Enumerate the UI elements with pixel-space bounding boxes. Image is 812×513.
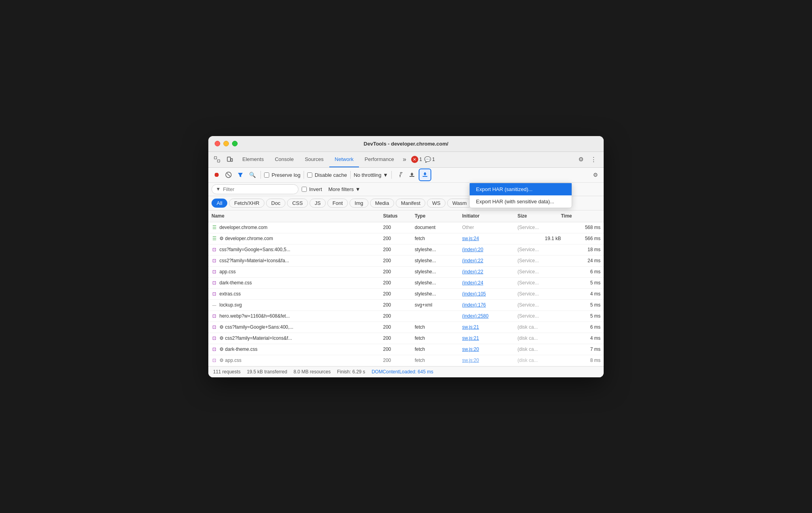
chip-css[interactable]: CSS <box>287 199 308 208</box>
devtools-tabbar: Elements Console Sources Network Perform… <box>208 152 604 168</box>
cell-type: svg+xml <box>415 302 462 308</box>
cell-status: 200 <box>383 291 415 297</box>
inspect-element-icon[interactable] <box>211 154 223 165</box>
th-size[interactable]: Size <box>517 213 561 219</box>
css-icon: ⊡ <box>211 291 217 297</box>
cell-name: ⊡ hero.webp?w=1160&h=608&fet... <box>211 313 383 319</box>
tab-console[interactable]: Console <box>269 151 299 167</box>
throttle-select[interactable]: No throttling ▼ <box>354 172 388 178</box>
cell-type: fetch <box>415 324 462 330</box>
table-row[interactable]: ☰ ⚙ developer.chrome.com 200 fetch sw.js… <box>208 233 604 244</box>
minimize-button[interactable] <box>223 141 229 146</box>
cell-initiator[interactable]: (index):176 <box>462 302 517 308</box>
table-row[interactable]: ⊡ hero.webp?w=1160&h=608&fet... 200 (ind… <box>208 311 604 322</box>
import-button[interactable] <box>407 170 417 180</box>
cell-name: ⊡ ⚙ dark-theme.css <box>211 346 383 352</box>
table-row[interactable]: ⊡ ⚙ css2?family=Material+Icons&f... 200 … <box>208 333 604 344</box>
finish-time: Finish: 6.29 s <box>337 369 365 375</box>
cell-initiator[interactable]: sw.js:20 <box>462 346 517 352</box>
device-toolbar-icon[interactable] <box>224 154 235 165</box>
export-button[interactable] <box>419 168 431 181</box>
chip-font[interactable]: Font <box>327 199 348 208</box>
cell-initiator[interactable]: (index):20 <box>462 247 517 252</box>
chip-all[interactable]: All <box>211 199 227 208</box>
filter-button[interactable] <box>235 170 245 180</box>
chip-fetch-xhr[interactable]: Fetch/XHR <box>229 199 264 208</box>
cell-initiator[interactable]: (index):22 <box>462 258 517 263</box>
tab-sources[interactable]: Sources <box>299 151 329 167</box>
table-row[interactable]: ☰ developer.chrome.com 200 document Othe… <box>208 222 604 233</box>
more-options-icon[interactable]: ⋮ <box>588 154 599 165</box>
maximize-button[interactable] <box>232 141 238 146</box>
cell-initiator[interactable]: sw.js:24 <box>462 236 517 241</box>
search-button[interactable]: 🔍 <box>247 170 257 180</box>
disable-cache-checkbox[interactable]: Disable cache <box>307 172 347 178</box>
cell-time: 24 ms <box>561 258 601 263</box>
cell-initiator[interactable]: (index):22 <box>462 269 517 274</box>
cell-time: 568 ms <box>561 225 601 230</box>
network-settings-icon[interactable]: ⚙ <box>590 170 601 180</box>
tab-elements[interactable]: Elements <box>237 151 269 167</box>
tab-network[interactable]: Network <box>329 151 359 167</box>
chip-doc[interactable]: Doc <box>266 199 285 208</box>
table-row[interactable]: ⊡ ⚙ app.css 200 fetch sw.js:20 (disk ca.… <box>208 355 604 366</box>
cell-size: 19.1 kB <box>517 236 561 241</box>
settings-icon[interactable]: ⚙ <box>575 154 586 165</box>
preserve-log-checkbox[interactable]: Preserve log <box>264 172 300 178</box>
cell-type: styleshe... <box>415 291 462 297</box>
cell-initiator[interactable]: (index):105 <box>462 291 517 297</box>
cell-initiator[interactable]: (index):2580 <box>462 313 517 319</box>
chip-ws[interactable]: WS <box>427 199 446 208</box>
cell-time: 18 ms <box>561 247 601 252</box>
tab-performance[interactable]: Performance <box>359 151 399 167</box>
chip-wasm[interactable]: Wasm <box>447 199 472 208</box>
th-status[interactable]: Status <box>383 213 415 219</box>
table-row[interactable]: — lockup.svg 200 svg+xml (index):176 (Se… <box>208 300 604 311</box>
clear-button[interactable] <box>223 170 234 180</box>
th-type[interactable]: Type <box>415 213 462 219</box>
more-filters-button[interactable]: More filters ▼ <box>325 185 364 194</box>
table-row[interactable]: ⊡ app.css 200 styleshe... (index):22 (Se… <box>208 267 604 278</box>
close-button[interactable] <box>215 141 220 146</box>
invert-checkbox[interactable]: Invert <box>302 186 322 192</box>
chip-img[interactable]: Img <box>349 199 368 208</box>
cell-initiator[interactable]: sw.js:21 <box>462 335 517 341</box>
svg-rect-3 <box>231 159 232 161</box>
css-icon: ⊡ <box>211 258 217 263</box>
cell-name: ⊡ css?family=Google+Sans:400,5... <box>211 247 383 252</box>
table-row[interactable]: ⊡ extras.css 200 styleshe... (index):105… <box>208 289 604 300</box>
th-time[interactable]: Time <box>561 213 601 219</box>
export-har-sanitized[interactable]: Export HAR (sanitized)... <box>470 183 572 195</box>
th-initiator[interactable]: Initiator <box>462 213 517 219</box>
export-har-sensitive[interactable]: Export HAR (with sensitive data)... <box>470 195 572 208</box>
network-conditions-icon[interactable] <box>395 170 405 180</box>
transferred-size: 19.5 kB transferred <box>247 369 287 375</box>
filter-input[interactable] <box>223 186 294 192</box>
cell-initiator[interactable]: sw.js:21 <box>462 324 517 330</box>
table-row[interactable]: ⊡ ⚙ dark-theme.css 200 fetch sw.js:20 (d… <box>208 344 604 355</box>
table-row[interactable]: ⊡ css?family=Google+Sans:400,5... 200 st… <box>208 244 604 256</box>
chip-manifest[interactable]: Manifest <box>396 199 425 208</box>
table-row[interactable]: ⊡ ⚙ css?family=Google+Sans:400,... 200 f… <box>208 322 604 333</box>
cell-initiator[interactable]: sw.js:20 <box>462 358 517 363</box>
chip-js[interactable]: JS <box>310 199 326 208</box>
cell-time: 8 ms <box>561 358 601 363</box>
cell-size: (Service... <box>517 225 561 230</box>
tab-more-button[interactable]: » <box>400 151 410 167</box>
cell-type: document <box>415 225 462 230</box>
table-row[interactable]: ⊡ css2?family=Material+Icons&fa... 200 s… <box>208 256 604 267</box>
chip-media[interactable]: Media <box>370 199 394 208</box>
filter-input-wrapper: ▼ <box>211 184 298 194</box>
error-badge-group: ✕ 1 <box>411 156 422 163</box>
cell-time: 4 ms <box>561 291 601 297</box>
th-name[interactable]: Name <box>211 213 383 219</box>
doc-icon: ☰ <box>211 236 217 241</box>
table-row[interactable]: ⊡ dark-theme.css 200 styleshe... (index)… <box>208 278 604 289</box>
traffic-lights <box>215 141 238 146</box>
cell-status: 200 <box>383 324 415 330</box>
table-header: Name Status Type Initiator Size Time <box>208 210 604 222</box>
requests-count: 111 requests <box>213 369 240 375</box>
record-button[interactable]: ⏺ <box>211 170 222 180</box>
badge-area: ✕ 1 💬 1 <box>411 156 435 163</box>
cell-initiator[interactable]: (index):24 <box>462 280 517 286</box>
